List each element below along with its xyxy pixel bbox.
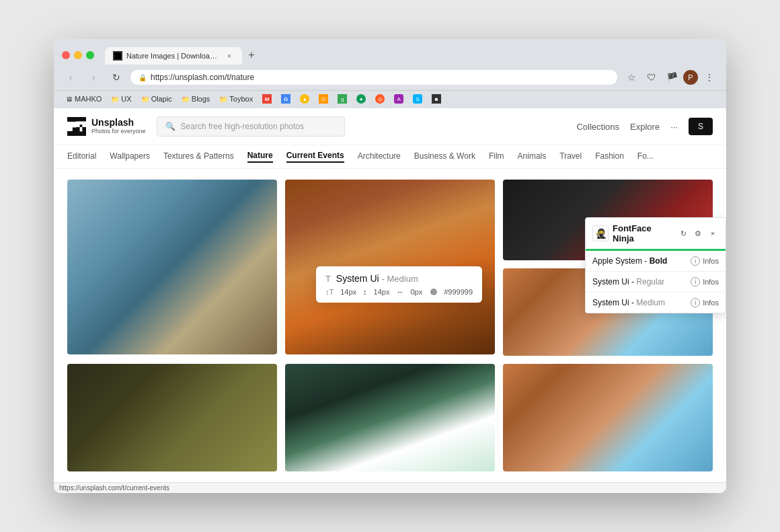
bookmark-toybox[interactable]: 📁 Toybox bbox=[215, 93, 257, 104]
status-bar: https://unsplash.com/t/current-events bbox=[54, 482, 726, 493]
cat-business[interactable]: Business & Work bbox=[414, 151, 475, 162]
chrome-titlebar: Nature Images | Download Fre... × + bbox=[54, 39, 726, 65]
ffn-info-button-3[interactable]: i Infos bbox=[691, 298, 719, 307]
photo-item-4[interactable] bbox=[67, 364, 277, 471]
bookmark-blogs[interactable]: 📁 Blogs bbox=[178, 93, 214, 104]
cat-film[interactable]: Film bbox=[489, 151, 504, 162]
flag-button[interactable]: 🏴 bbox=[663, 69, 680, 86]
logo-text: Unsplash Photos for everyone bbox=[91, 118, 146, 135]
nav-more-button[interactable]: ··· bbox=[670, 122, 678, 132]
bookmarks-bar: 🖥 MAHKO 📁 UX 📁 Olapic 📁 Blogs 📁 Toybox M… bbox=[54, 90, 726, 108]
bookmark-square[interactable]: ■ bbox=[428, 93, 445, 105]
cat-animals[interactable]: Animals bbox=[518, 151, 547, 162]
cat-wallpapers[interactable]: Wallpapers bbox=[110, 151, 150, 162]
tooltip-weight: - Medium bbox=[382, 274, 418, 284]
cat-architecture[interactable]: Architecture bbox=[358, 151, 401, 162]
ffn-info-button-2[interactable]: i Infos bbox=[691, 277, 719, 287]
cat-current-events[interactable]: Current Events bbox=[286, 151, 344, 163]
bookmark-keep[interactable]: O bbox=[315, 93, 332, 105]
ffn-font-system-medium: System Ui - Medium i Infos bbox=[586, 293, 726, 313]
tab-bar: Nature Images | Download Fre... × + bbox=[105, 46, 718, 65]
shield-button[interactable]: 🛡 bbox=[643, 69, 660, 86]
ffn-refresh-button[interactable]: ↻ bbox=[677, 227, 689, 239]
bookmark-olapic[interactable]: 📁 Olapic bbox=[137, 93, 176, 104]
tab-favicon bbox=[113, 51, 122, 61]
bookmark-drive[interactable]: ▲ bbox=[296, 93, 313, 105]
back-button[interactable]: ‹ bbox=[62, 69, 79, 86]
tab-close-button[interactable]: × bbox=[225, 51, 234, 61]
bookmark-game[interactable]: A bbox=[390, 93, 407, 105]
ffn-font-weight-2: Regular bbox=[636, 277, 664, 287]
chrome-toolbar: ‹ › ↻ 🔒 https://unsplash.com/t/nature ☆ … bbox=[54, 65, 726, 90]
ffn-actions: ↻ ⚙ × bbox=[677, 227, 719, 239]
new-tab-button[interactable]: + bbox=[242, 46, 261, 65]
tooltip-color-swatch bbox=[430, 289, 437, 295]
search-bar[interactable]: 🔍 Search free high-resolution photos bbox=[157, 116, 345, 137]
bookmark-gmail[interactable]: M bbox=[258, 93, 276, 105]
hangouts-icon: ● bbox=[356, 94, 366, 104]
ffn-info-button-1[interactable]: i Infos bbox=[691, 256, 719, 266]
cat-nature[interactable]: Nature bbox=[247, 151, 273, 163]
photo-item-7[interactable] bbox=[503, 364, 713, 471]
nav-explore[interactable]: Explore bbox=[630, 122, 660, 132]
bookmark-label: Blogs bbox=[192, 95, 210, 103]
ffn-settings-button[interactable]: ⚙ bbox=[692, 227, 704, 239]
keep-icon: O bbox=[319, 94, 328, 104]
logo-name: Unsplash bbox=[91, 118, 146, 128]
profile-button[interactable]: P bbox=[683, 70, 698, 85]
unsplash-header: Unsplash Photos for everyone 🔍 Search fr… bbox=[54, 108, 726, 145]
address-bar[interactable]: 🔒 https://unsplash.com/t/nature bbox=[130, 70, 617, 85]
logo-tagline: Photos for everyone bbox=[91, 128, 146, 135]
toolbar-actions: ☆ 🛡 🏴 P ⋮ bbox=[623, 69, 718, 86]
status-url: https://unsplash.com/t/current-events bbox=[59, 484, 169, 492]
unsplash-logo[interactable]: Unsplash Photos for everyone bbox=[67, 117, 146, 136]
ffn-font-name-3: System Ui - Medium bbox=[592, 298, 665, 307]
bookmark-star-button[interactable]: ☆ bbox=[623, 69, 640, 86]
font-tooltip: T System Ui - Medium ↕T 14px ↕ 14px ↔ 0p… bbox=[316, 266, 482, 303]
logo-icon bbox=[67, 117, 86, 136]
bookmark-ux[interactable]: 📁 UX bbox=[107, 93, 135, 104]
photo-item-1[interactable] bbox=[67, 180, 277, 354]
info-icon-1: i bbox=[691, 256, 700, 266]
tooltip-font-size: 14px bbox=[340, 288, 356, 296]
cat-food[interactable]: Fo... bbox=[637, 151, 654, 162]
ffn-close-button[interactable]: × bbox=[707, 227, 719, 239]
info-icon-2: i bbox=[691, 277, 700, 287]
minimize-button[interactable] bbox=[74, 51, 82, 59]
bookmark-maps[interactable]: G bbox=[277, 93, 295, 105]
bookmark-mahko[interactable]: 🖥 MAHKO bbox=[62, 93, 106, 104]
bookmark-circle[interactable]: ◎ bbox=[371, 93, 389, 105]
cat-textures[interactable]: Textures & Patterns bbox=[163, 151, 234, 162]
more-button[interactable]: ⋮ bbox=[701, 69, 718, 86]
bookmark-icon: 📁 bbox=[111, 96, 119, 103]
category-nav: Editorial Wallpapers Textures & Patterns… bbox=[54, 145, 726, 169]
circle-icon: ◎ bbox=[375, 94, 385, 104]
close-button[interactable] bbox=[62, 51, 70, 59]
ffn-font-weight-3: Medium bbox=[636, 298, 665, 307]
photo-item-5[interactable] bbox=[285, 364, 495, 471]
skype-icon: S bbox=[413, 94, 422, 104]
page-content: Unsplash Photos for everyone 🔍 Search fr… bbox=[54, 108, 726, 493]
maximize-button[interactable] bbox=[86, 51, 94, 59]
bookmark-google[interactable]: g bbox=[334, 93, 351, 105]
browser-window: Nature Images | Download Fre... × + ‹ › … bbox=[54, 39, 726, 493]
cat-editorial[interactable]: Editorial bbox=[67, 151, 96, 162]
forward-button[interactable]: › bbox=[85, 69, 102, 86]
ffn-logo: 🥷 bbox=[592, 225, 609, 241]
ffn-infos-label-3: Infos bbox=[703, 299, 719, 307]
traffic-lights bbox=[62, 51, 94, 59]
cat-travel[interactable]: Travel bbox=[559, 151, 582, 162]
bookmark-hangouts[interactable]: ● bbox=[352, 93, 370, 105]
search-placeholder: Search free high-resolution photos bbox=[181, 122, 304, 131]
bookmark-icon: 📁 bbox=[182, 96, 190, 103]
active-tab[interactable]: Nature Images | Download Fre... × bbox=[105, 47, 242, 65]
ffn-font-weight-1: Bold bbox=[650, 256, 668, 266]
tooltip-color: #999999 bbox=[444, 288, 473, 296]
reload-button[interactable]: ↻ bbox=[108, 69, 125, 86]
nav-collections[interactable]: Collections bbox=[576, 122, 619, 132]
bookmark-skype[interactable]: S bbox=[409, 93, 426, 105]
bookmark-label: Olapic bbox=[151, 95, 172, 103]
submit-photo-button[interactable]: S bbox=[689, 118, 713, 135]
ffn-font-name-2: System Ui - Regular bbox=[592, 277, 664, 287]
cat-fashion[interactable]: Fashion bbox=[595, 151, 624, 162]
